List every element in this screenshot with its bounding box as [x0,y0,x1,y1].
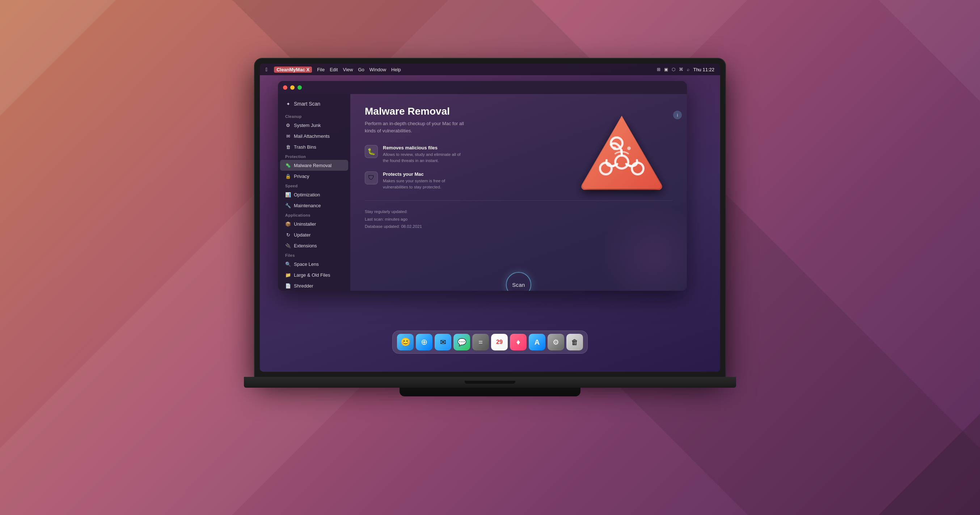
display-icon[interactable]: ▣ [664,67,668,72]
mail-attachments-icon: ✉ [285,133,291,139]
sidebar-item-large-old-files[interactable]: 📁 Large & Old Files [280,269,348,280]
laptop-base [244,377,736,388]
laptop-stand [399,388,581,396]
update-label: Stay regularly updated: [365,208,672,216]
corner-decoration-tl [0,0,116,116]
malware-removal-label: Malware Removal [294,163,331,168]
dock: 😊 ⊕ ✉ 💬 = 29 ♦ [392,331,588,354]
space-lens-icon: 🔍 [285,261,291,267]
appstore-icon: A [535,338,539,347]
dock-item-finder[interactable]: 😊 [397,334,414,350]
menu-go[interactable]: Go [358,67,364,72]
shredder-label: Shredder [294,283,313,288]
sidebar-item-optimization[interactable]: 📊 Optimization [280,189,348,200]
large-old-files-icon: 📁 [285,272,291,278]
safari-icon: ⊕ [421,338,427,347]
minimize-button[interactable] [290,86,294,90]
protects-mac-desc: Makes sure your system is free of vulner… [383,178,466,190]
menu-file[interactable]: File [317,67,325,72]
shredder-icon: 📄 [285,283,291,288]
close-button[interactable] [283,86,287,90]
sidebar: ✦ Smart Scan Cleanup ⚙ System Junk ✉ Mai… [278,94,350,291]
dock-item-messages[interactable]: 💬 [453,334,470,350]
preferences-icon: ⚙ [553,338,559,347]
finder-icon: 😊 [401,338,410,347]
malware-illustration [571,105,672,206]
corner-decoration-tr [879,0,980,101]
menu-view[interactable]: View [343,67,353,72]
dock-item-appstore[interactable]: A [529,334,546,350]
menu-edit[interactable]: Edit [330,67,338,72]
screen-bezel:  CleanMyMac X File Edit View Go Window … [255,59,725,377]
menubar-right: ⊞ ▣ ⬡ ⌘ ⌕ Thu 11:22 [657,67,714,72]
mail-attachments-label: Mail Attachments [294,133,330,139]
sidebar-item-shredder[interactable]: 📄 Shredder [280,280,348,291]
sidebar-item-space-lens[interactable]: 🔍 Space Lens [280,258,348,269]
large-old-files-label: Large & Old Files [294,273,330,278]
dock-item-mail[interactable]: ✉ [434,334,451,350]
maximize-button[interactable] [298,86,302,90]
updater-label: Updater [294,232,310,238]
protects-mac-icon: 🛡 [365,171,378,184]
dock-item-preferences[interactable]: ⚙ [547,334,564,350]
bluetooth-icon[interactable]: ⬡ [672,67,675,72]
trash-bins-icon: 🗑 [285,144,291,150]
system-junk-icon: ⚙ [285,122,291,128]
space-lens-label: Space Lens [294,261,319,267]
sidebar-item-extensions[interactable]: 🔌 Extensions [280,240,348,251]
main-content: i [350,94,687,291]
sidebar-item-uninstaller[interactable]: 📦 Uninstaller [280,219,348,229]
info-button[interactable]: i [673,111,682,119]
sidebar-item-privacy[interactable]: 🔒 Privacy [280,171,348,182]
trash-icon: 🗑 [571,338,578,347]
protects-mac-text: Protects your Mac Makes sure your system… [383,171,466,190]
cleanmymac-icon: ♦ [516,338,520,347]
section-label-speed: Speed [278,182,350,189]
sidebar-item-trash-bins[interactable]: 🗑 Trash Bins [280,141,348,152]
search-icon[interactable]: ⌕ [687,67,689,72]
scan-button-label: Scan [512,282,525,288]
uninstaller-icon: 📦 [285,221,291,227]
sidebar-item-malware-removal[interactable]: 🦠 Malware Removal [280,160,348,171]
db-updated-label: Database updated: 08.02.2021 [365,223,672,230]
menu-help[interactable]: Help [391,67,401,72]
maintenance-label: Maintenance [294,203,321,208]
extensions-icon: 🔌 [285,242,291,249]
messages-icon: 💬 [457,338,466,347]
dock-item-trash[interactable]: 🗑 [566,334,583,350]
laptop-device:  CleanMyMac X File Edit View Go Window … [229,59,751,456]
menu-window[interactable]: Window [369,67,386,72]
app-name-menu[interactable]: CleanMyMac X [274,67,312,73]
section-label-cleanup: Cleanup [278,112,350,120]
sidebar-item-system-junk[interactable]: ⚙ System Junk [280,120,348,131]
sidebar-item-maintenance[interactable]: 🔧 Maintenance [280,200,348,211]
apple-menu-icon[interactable]:  [266,67,267,72]
dock-item-cleanmymac[interactable]: ♦ [510,334,527,350]
laptop-screen:  CleanMyMac X File Edit View Go Window … [260,63,720,372]
biohazard-svg [575,108,669,203]
menubar:  CleanMyMac X File Edit View Go Window … [260,63,720,75]
window-titlebar [278,81,687,94]
sidebar-item-mail-attachments[interactable]: ✉ Mail Attachments [280,131,348,141]
trash-bins-label: Trash Bins [294,144,316,150]
optimization-label: Optimization [294,192,320,198]
system-junk-label: System Junk [294,123,321,128]
privacy-icon: 🔒 [285,173,291,179]
app-window: ✦ Smart Scan Cleanup ⚙ System Junk ✉ Mai… [278,81,687,291]
notification-icon[interactable]: ⊞ [657,67,660,72]
update-info: Stay regularly updated: Last scan: minut… [365,208,672,230]
menubar-items: File Edit View Go Window Help [317,67,652,72]
sidebar-item-smart-scan[interactable]: ✦ Smart Scan [280,98,348,109]
removes-malicious-icon: 🐛 [365,145,378,158]
scan-button[interactable]: Scan [506,272,531,291]
wifi-icon[interactable]: ⌘ [679,67,683,72]
updater-icon: ↻ [285,232,291,238]
extensions-label: Extensions [294,243,317,249]
dock-item-calendar[interactable]: 29 [491,334,508,350]
last-scan-label: Last scan: minutes ago [365,216,672,223]
sidebar-item-updater[interactable]: ↻ Updater [280,229,348,240]
dock-item-safari[interactable]: ⊕ [416,334,433,350]
malware-removal-icon: 🦠 [285,162,291,168]
section-label-protection: Protection [278,152,350,160]
dock-item-calculator[interactable]: = [472,334,489,350]
